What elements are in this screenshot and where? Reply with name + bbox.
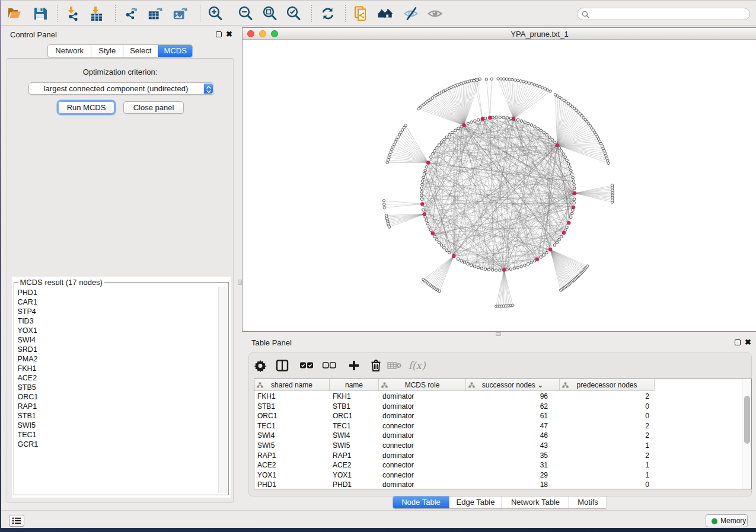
mcds-result-item[interactable]: GCR1: [18, 440, 215, 449]
search-icon: [582, 11, 589, 18]
cell-predecessor-nodes: 0: [614, 480, 649, 489]
column-header-successor-nodes[interactable]: successor nodes ⌄: [466, 379, 560, 391]
mcds-result-groupbox: MCDS result (17 nodes) PHD1CAR1STP4TID3Y…: [14, 282, 229, 495]
table-row-SWI4[interactable]: SWI4SWI4dominator462: [254, 431, 751, 440]
search-input[interactable]: [577, 8, 750, 20]
mcds-result-item[interactable]: ACE2: [18, 373, 215, 383]
table-toolbar: f(x): [249, 353, 751, 379]
unselect-all-columns-icon[interactable]: [321, 358, 337, 373]
mcds-result-item[interactable]: STP4: [18, 307, 215, 316]
import-network-icon[interactable]: [64, 5, 81, 22]
cell-successor-nodes: 29: [512, 470, 548, 480]
table-panel-float-icon[interactable]: [735, 339, 741, 345]
vertical-splitter-handle[interactable]: [238, 280, 242, 285]
import-table-icon[interactable]: [88, 5, 105, 22]
mcds-result-item[interactable]: TEC1: [18, 430, 215, 440]
zoom-fit-icon[interactable]: [261, 5, 278, 22]
cell-shared-name: FKH1: [257, 392, 276, 401]
tab-edge-table[interactable]: Edge Table: [449, 496, 502, 508]
tab-network[interactable]: Network: [48, 45, 91, 57]
mcds-result-item[interactable]: CAR1: [18, 297, 215, 307]
main-toolbar: [1, 1, 756, 25]
cell-name: SWI4: [333, 431, 350, 440]
cell-MCDS-role: dominator: [382, 392, 414, 401]
control-panel-float-icon[interactable]: [216, 31, 222, 37]
column-header-name[interactable]: name: [330, 379, 379, 391]
cell-predecessor-nodes: 0: [614, 402, 649, 411]
tab-node-table[interactable]: Node Table: [393, 496, 449, 508]
table-row-STB1[interactable]: STB1STB1dominator620: [254, 402, 751, 411]
export-table-icon[interactable]: [147, 5, 164, 22]
show-all-icon[interactable]: [427, 5, 444, 22]
clone-network-icon[interactable]: [353, 5, 369, 22]
mcds-result-item[interactable]: SWI4: [18, 335, 215, 345]
column-header-MCDS-role[interactable]: MCDS role: [379, 379, 466, 391]
mcds-result-item[interactable]: STB5: [18, 383, 215, 392]
table-row-SWI5[interactable]: SWI5SWI5connector431: [254, 441, 751, 450]
memory-button[interactable]: Memory: [706, 514, 748, 527]
tab-mcds[interactable]: MCDS: [158, 45, 192, 57]
mcds-result-title: MCDS result (17 nodes): [18, 278, 104, 287]
mcds-result-item[interactable]: STB1: [18, 411, 215, 421]
mcds-result-item[interactable]: PHD1: [18, 288, 215, 297]
cell-successor-nodes: 62: [512, 402, 548, 411]
cell-name: SWI5: [333, 441, 350, 450]
task-history-button[interactable]: [9, 515, 24, 527]
table-row-YOX1[interactable]: YOX1YOX1connector291: [254, 470, 751, 480]
cell-MCDS-role: connector: [382, 470, 414, 480]
table-panel-close-icon[interactable]: ✖: [745, 339, 751, 345]
network-canvas[interactable]: [243, 40, 756, 331]
table-row-TEC1[interactable]: TEC1TEC1connector472: [254, 421, 751, 431]
save-session-icon[interactable]: [32, 5, 49, 22]
minimize-traffic-light-icon[interactable]: [259, 30, 266, 37]
close-traffic-light-icon[interactable]: [247, 30, 254, 37]
mcds-result-item[interactable]: YOX1: [18, 326, 215, 335]
zoom-out-icon[interactable]: [237, 5, 254, 22]
export-image-icon[interactable]: [172, 5, 189, 22]
maximize-traffic-light-icon[interactable]: [271, 30, 278, 37]
mcds-result-item[interactable]: PMA2: [18, 354, 215, 364]
cell-name: ORC1: [333, 411, 352, 421]
control-panel-close-icon[interactable]: ✖: [226, 31, 232, 37]
cell-predecessor-nodes: 2: [614, 421, 649, 431]
table-row-ACE2[interactable]: ACE2ACE2connector311: [254, 460, 751, 470]
table-options-icon[interactable]: [253, 358, 268, 373]
mcds-result-item[interactable]: RAP1: [18, 402, 215, 411]
open-session-icon[interactable]: [6, 5, 23, 22]
cell-shared-name: SWI4: [257, 431, 275, 440]
close-panel-button[interactable]: Close panel: [123, 101, 184, 114]
criterion-select[interactable]: largest connected component (undirected): [28, 82, 214, 95]
refresh-icon[interactable]: [320, 5, 336, 22]
select-all-columns-icon[interactable]: [299, 358, 314, 373]
table-vertical-scrollbar[interactable]: [742, 379, 751, 489]
network-overview-icon[interactable]: [377, 5, 394, 22]
tab-network-table[interactable]: Network Table: [502, 496, 569, 508]
column-header-shared-name[interactable]: shared name: [254, 379, 330, 391]
mcds-list-scrollbar[interactable]: [218, 287, 227, 493]
column-header-predecessor-nodes[interactable]: predecessor nodes: [560, 379, 655, 391]
cell-predecessor-nodes: 0: [614, 411, 649, 421]
table-row-PHD1[interactable]: PHD1PHD1dominator180: [254, 480, 751, 489]
tab-select[interactable]: Select: [123, 45, 158, 57]
export-network-icon[interactable]: [123, 5, 140, 22]
table-row-RAP1[interactable]: RAP1RAP1dominator352: [254, 451, 751, 460]
mcds-result-item[interactable]: TID3: [18, 316, 215, 326]
mcds-result-item[interactable]: ORC1: [18, 392, 215, 402]
mcds-result-item[interactable]: SRD1: [18, 345, 215, 354]
zoom-in-icon[interactable]: [207, 5, 224, 22]
table-row-ORC1[interactable]: ORC1ORC1dominator610: [254, 411, 751, 421]
table-scrollbar-thumb[interactable]: [744, 396, 750, 444]
tab-motifs[interactable]: Motifs: [569, 496, 607, 508]
zoom-selected-icon[interactable]: [285, 5, 302, 22]
delete-columns-icon[interactable]: [368, 358, 384, 373]
run-mcds-button[interactable]: Run MCDS: [58, 101, 114, 114]
hide-selected-icon[interactable]: [403, 5, 420, 22]
add-column-icon[interactable]: [346, 358, 362, 373]
tab-style[interactable]: Style: [91, 45, 123, 57]
show-columns-icon[interactable]: [275, 358, 290, 373]
table-row-FKH1[interactable]: FKH1FKH1dominator962: [254, 392, 751, 401]
mcds-result-item[interactable]: SWI5: [18, 421, 215, 430]
mcds-result-item[interactable]: FKH1: [18, 364, 215, 373]
application-window: Control Panel ✖ NetworkStyleSelectMCDS O…: [1, 0, 756, 527]
mcds-result-list[interactable]: PHD1CAR1STP4TID3YOX1SWI4SRD1PMA2FKH1ACE2…: [18, 288, 215, 493]
